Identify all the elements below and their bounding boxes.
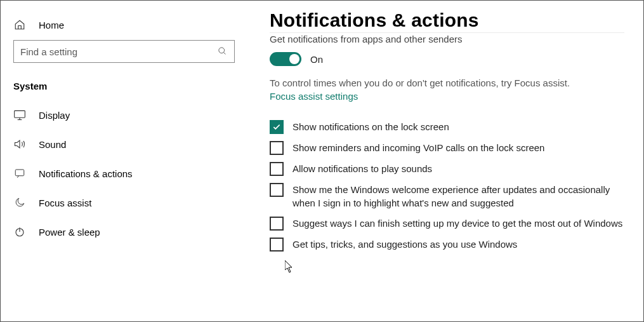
sidebar-item-label: Notifications & actions xyxy=(39,168,133,179)
checkbox-sounds[interactable] xyxy=(270,162,284,176)
checkbox-row-tips: Get tips, tricks, and suggestions as you… xyxy=(270,237,624,252)
sidebar-item-label: Focus assist xyxy=(39,198,91,208)
sidebar-item-display[interactable]: Display xyxy=(1,100,247,130)
search-input[interactable] xyxy=(20,46,213,57)
notifications-toggle-row: On xyxy=(270,52,624,66)
checkbox-setup[interactable] xyxy=(270,217,284,231)
checkbox-reminders[interactable] xyxy=(270,141,284,155)
home-label: Home xyxy=(39,20,64,30)
svg-line-1 xyxy=(223,52,225,54)
checkbox-label: Suggest ways I can finish setting up my … xyxy=(292,216,622,230)
sidebar-item-label: Sound xyxy=(39,139,66,150)
focus-assist-desc: To control times when you do or don't ge… xyxy=(270,77,624,88)
checkbox-row-reminders: Show reminders and incoming VoIP calls o… xyxy=(270,140,624,155)
page-title: Notifications & actions xyxy=(270,10,624,31)
display-icon xyxy=(13,109,26,121)
notifications-toggle[interactable] xyxy=(270,52,301,66)
sidebar-item-label: Display xyxy=(39,110,70,121)
checkbox-label: Get tips, tricks, and suggestions as you… xyxy=(292,237,517,251)
checkbox-label: Allow notifications to play sounds xyxy=(292,161,432,175)
content-area: Notifications & actions Get notification… xyxy=(248,1,643,321)
toggle-label: On xyxy=(310,54,323,65)
sidebar-item-power[interactable]: Power & sleep xyxy=(1,217,247,246)
checkbox-row-setup: Suggest ways I can finish setting up my … xyxy=(270,216,624,231)
section-subhead: Get notifications from apps and other se… xyxy=(270,32,624,44)
sidebar-item-notifications[interactable]: Notifications & actions xyxy=(1,159,247,188)
sound-icon xyxy=(13,138,26,151)
checkbox-row-lock-screen: Show notifications on the lock screen xyxy=(270,119,624,134)
focus-assist-link[interactable]: Focus assist settings xyxy=(270,91,358,102)
checkbox-welcome[interactable] xyxy=(270,183,284,197)
power-icon xyxy=(13,225,26,238)
checkbox-row-welcome: Show me the Windows welcome experience a… xyxy=(270,182,624,210)
sidebar-item-label: Power & sleep xyxy=(39,227,100,238)
sidebar-item-focus-assist[interactable]: Focus assist xyxy=(1,188,247,217)
checkbox-tips[interactable] xyxy=(270,238,284,252)
focus-assist-icon xyxy=(13,196,26,209)
svg-rect-5 xyxy=(15,170,24,176)
checkbox-lock-screen[interactable] xyxy=(270,120,284,134)
home-nav[interactable]: Home xyxy=(1,13,247,40)
notifications-icon xyxy=(13,167,26,180)
sidebar-item-sound[interactable]: Sound xyxy=(1,130,247,159)
search-box[interactable] xyxy=(13,40,235,63)
search-container xyxy=(1,40,247,74)
search-icon xyxy=(218,46,228,57)
sidebar-group-system: System xyxy=(1,74,247,100)
svg-rect-2 xyxy=(15,111,25,117)
home-icon xyxy=(13,18,26,31)
sidebar: Home System Display Sound xyxy=(1,1,248,321)
checkbox-label: Show notifications on the lock screen xyxy=(292,119,449,133)
checkbox-label: Show me the Windows welcome experience a… xyxy=(292,182,624,210)
checkbox-label: Show reminders and incoming VoIP calls o… xyxy=(292,140,544,154)
svg-point-0 xyxy=(219,48,225,53)
checkbox-row-sounds: Allow notifications to play sounds xyxy=(270,161,624,176)
